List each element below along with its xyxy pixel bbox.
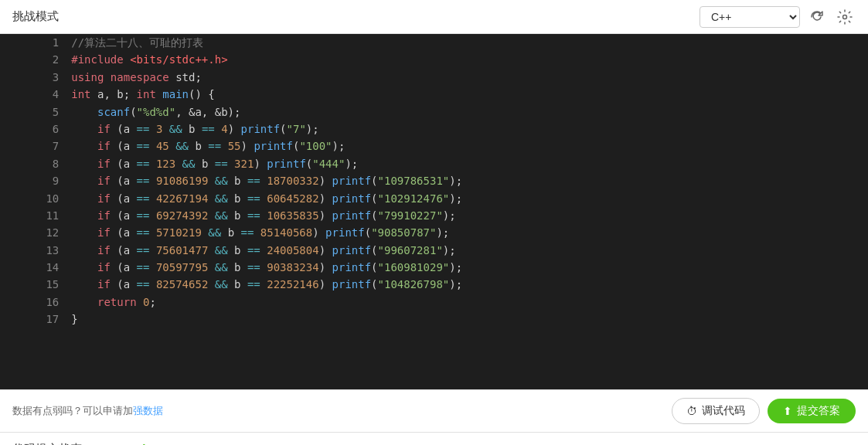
table-row: 2 #include <bits/stdc++.h> bbox=[0, 51, 868, 68]
line-number: 5 bbox=[0, 104, 68, 121]
line-code[interactable]: scanf("%d%d", &a, &b); bbox=[68, 104, 868, 121]
line-number: 6 bbox=[0, 121, 68, 138]
table-row: 14 if (a == 70597795 && b == 90383234) p… bbox=[0, 259, 868, 276]
line-code[interactable]: if (a == 45 && b == 55) printf("100"); bbox=[68, 138, 868, 155]
line-code[interactable]: if (a == 70597795 && b == 90383234) prin… bbox=[68, 259, 868, 276]
line-code[interactable]: using namespace std; bbox=[68, 69, 868, 86]
table-row: 6 if (a == 3 && b == 4) printf("7"); bbox=[0, 121, 868, 138]
line-code[interactable]: //算法二十八、可耻的打表 bbox=[68, 34, 868, 51]
table-row: 4 int a, b; int main() { bbox=[0, 86, 868, 103]
submit-label: 提交答案 bbox=[797, 404, 840, 418]
line-code[interactable]: #include <bits/stdc++.h> bbox=[68, 51, 868, 68]
line-number: 16 bbox=[0, 294, 68, 311]
status-label: 代码提交状态： bbox=[12, 442, 94, 445]
table-row: 8 if (a == 123 && b == 321) printf("444"… bbox=[0, 155, 868, 172]
top-bar: 挑战模式 C++ C Java Python3 bbox=[0, 0, 868, 34]
line-number: 10 bbox=[0, 190, 68, 207]
bottom-bar: 数据有点弱吗？可以申请加强数据 ⏱ 调试代码 ⬆ 提交答案 bbox=[0, 389, 868, 432]
code-table: 1 //算法二十八、可耻的打表 2 #include <bits/stdc++.… bbox=[0, 34, 868, 328]
table-row: 10 if (a == 42267194 && b == 60645282) p… bbox=[0, 190, 868, 207]
line-number: 3 bbox=[0, 69, 68, 86]
line-number: 7 bbox=[0, 138, 68, 155]
table-row: 9 if (a == 91086199 && b == 18700332) pr… bbox=[0, 172, 868, 189]
line-code[interactable]: if (a == 3 && b == 4) printf("7"); bbox=[68, 121, 868, 138]
table-row: 16 return 0; bbox=[0, 294, 868, 311]
debug-label: 调试代码 bbox=[702, 404, 745, 418]
line-number: 17 bbox=[0, 311, 68, 328]
table-row: 15 if (a == 82574652 && b == 22252146) p… bbox=[0, 276, 868, 293]
bottom-buttons: ⏱ 调试代码 ⬆ 提交答案 bbox=[672, 398, 856, 424]
debug-button[interactable]: ⏱ 调试代码 bbox=[672, 398, 760, 424]
submit-button[interactable]: ⬆ 提交答案 bbox=[768, 399, 856, 423]
clock-icon: ⏱ bbox=[686, 405, 697, 417]
line-code[interactable]: if (a == 5710219 && b == 85140568) print… bbox=[68, 224, 868, 241]
table-row: 5 scanf("%d%d", &a, &b); bbox=[0, 104, 868, 121]
settings-button[interactable] bbox=[834, 6, 856, 28]
line-code[interactable]: return 0; bbox=[68, 294, 868, 311]
line-code[interactable]: if (a == 69274392 && b == 10635835) prin… bbox=[68, 207, 868, 224]
table-row: 13 if (a == 75601477 && b == 24005804) p… bbox=[0, 242, 868, 259]
upload-icon: ⬆ bbox=[783, 405, 792, 417]
top-bar-right: C++ C Java Python3 bbox=[700, 6, 856, 28]
line-number: 4 bbox=[0, 86, 68, 103]
table-row: 12 if (a == 5710219 && b == 85140568) pr… bbox=[0, 224, 868, 241]
line-number: 8 bbox=[0, 155, 68, 172]
line-number: 14 bbox=[0, 259, 68, 276]
table-row: 3 using namespace std; bbox=[0, 69, 868, 86]
line-number: 11 bbox=[0, 207, 68, 224]
table-row: 11 if (a == 69274392 && b == 10635835) p… bbox=[0, 207, 868, 224]
svg-point-0 bbox=[843, 15, 847, 19]
code-editor[interactable]: 1 //算法二十八、可耻的打表 2 #include <bits/stdc++.… bbox=[0, 34, 868, 389]
language-select[interactable]: C++ C Java Python3 bbox=[700, 6, 800, 28]
refresh-icon bbox=[809, 9, 825, 25]
table-row: 1 //算法二十八、可耻的打表 bbox=[0, 34, 868, 51]
gear-icon bbox=[837, 9, 853, 25]
refresh-button[interactable] bbox=[806, 6, 828, 28]
table-row: 7 if (a == 45 && b == 55) printf("100"); bbox=[0, 138, 868, 155]
status-value: Accepted bbox=[94, 442, 146, 445]
line-number: 12 bbox=[0, 224, 68, 241]
line-number: 13 bbox=[0, 242, 68, 259]
line-code[interactable]: int a, b; int main() { bbox=[68, 86, 868, 103]
line-code[interactable]: if (a == 42267194 && b == 60645282) prin… bbox=[68, 190, 868, 207]
line-number: 15 bbox=[0, 276, 68, 293]
hint-text: 数据有点弱吗？可以申请加 bbox=[12, 405, 133, 416]
table-row: 17 } bbox=[0, 311, 868, 328]
line-code[interactable]: if (a == 75601477 && b == 24005804) prin… bbox=[68, 242, 868, 259]
line-number: 1 bbox=[0, 34, 68, 51]
data-hint: 数据有点弱吗？可以申请加强数据 bbox=[12, 404, 163, 418]
line-number: 2 bbox=[0, 51, 68, 68]
line-code[interactable]: if (a == 91086199 && b == 18700332) prin… bbox=[68, 172, 868, 189]
line-code[interactable]: } bbox=[68, 311, 868, 328]
line-number: 9 bbox=[0, 172, 68, 189]
status-bar: 代码提交状态：Accepted bbox=[0, 432, 868, 445]
line-code[interactable]: if (a == 123 && b == 321) printf("444"); bbox=[68, 155, 868, 172]
line-code[interactable]: if (a == 82574652 && b == 22252146) prin… bbox=[68, 276, 868, 293]
hint-link[interactable]: 强数据 bbox=[133, 405, 163, 416]
page-title: 挑战模式 bbox=[12, 9, 59, 24]
